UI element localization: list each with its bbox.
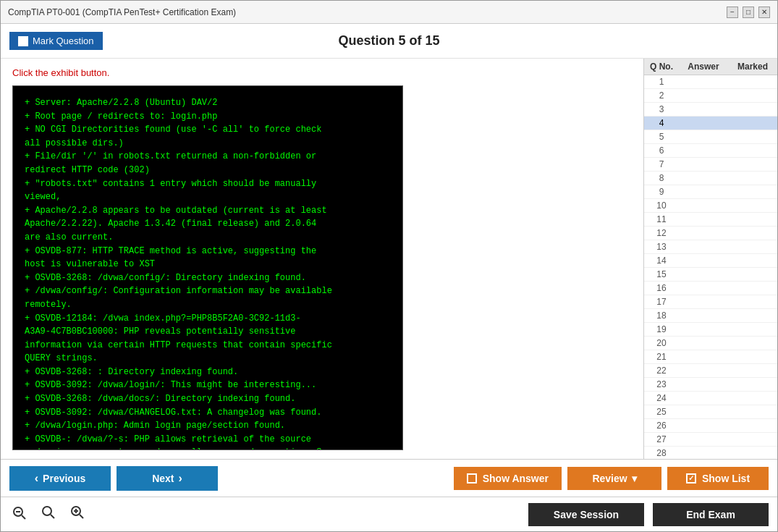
close-button[interactable]: ✕ xyxy=(758,7,770,18)
table-row[interactable]: 24 xyxy=(644,392,777,405)
q-marked xyxy=(731,90,774,101)
next-chevron-icon: › xyxy=(179,472,182,485)
next-button[interactable]: Next › xyxy=(117,466,218,491)
q-marked xyxy=(731,214,774,224)
table-row[interactable]: 10 xyxy=(644,199,777,213)
table-row[interactable]: 7 xyxy=(644,158,777,172)
show-answer-label: Show Answer xyxy=(483,473,549,484)
col-marked: Marked xyxy=(731,62,774,72)
mark-question-label: Mark Question xyxy=(33,35,94,46)
end-exam-button[interactable]: End Exam xyxy=(653,503,769,526)
maximize-button[interactable]: □ xyxy=(743,7,754,18)
table-row[interactable]: 19 xyxy=(644,323,777,337)
q-answer xyxy=(676,77,731,87)
q-answer xyxy=(676,407,731,417)
main-content: Click the exhibit button. + Server: Apac… xyxy=(1,59,777,459)
table-row[interactable]: 15 xyxy=(644,268,777,282)
q-marked xyxy=(731,132,774,142)
table-row[interactable]: 25 xyxy=(644,405,777,419)
table-row[interactable]: 17 xyxy=(644,295,777,309)
q-answer xyxy=(676,283,731,293)
table-row[interactable]: 22 xyxy=(644,364,777,378)
table-row[interactable]: 1 xyxy=(644,75,777,89)
table-row[interactable]: 28 xyxy=(644,447,777,459)
q-marked xyxy=(731,311,774,321)
table-row[interactable]: 9 xyxy=(644,185,777,199)
show-answer-button[interactable]: Show Answer xyxy=(454,467,562,490)
table-row[interactable]: 8 xyxy=(644,172,777,185)
svg-line-8 xyxy=(80,515,83,518)
save-session-button[interactable]: Save Session xyxy=(528,503,644,526)
review-dropdown-icon: ▾ xyxy=(632,473,637,484)
zoom-out-button[interactable] xyxy=(9,504,30,525)
q-marked xyxy=(731,297,774,307)
review-label: Review xyxy=(592,473,627,484)
table-row[interactable]: 21 xyxy=(644,350,777,364)
q-answer xyxy=(676,200,731,211)
table-row[interactable]: 12 xyxy=(644,227,777,240)
q-marked xyxy=(731,77,774,87)
table-row[interactable]: 3 xyxy=(644,103,777,117)
q-number: 10 xyxy=(647,200,676,211)
q-marked xyxy=(731,434,774,444)
q-number: 26 xyxy=(647,421,676,431)
question-area: Click the exhibit button. + Server: Apac… xyxy=(1,59,643,459)
q-answer xyxy=(676,242,731,252)
q-marked xyxy=(731,338,774,348)
zoom-reset-button[interactable] xyxy=(38,504,59,525)
q-answer xyxy=(676,159,731,169)
q-number: 11 xyxy=(647,214,676,224)
zoom-reset-icon xyxy=(41,505,56,520)
q-marked xyxy=(731,448,774,458)
q-marked xyxy=(731,187,774,197)
q-answer xyxy=(676,366,731,376)
q-number: 14 xyxy=(647,256,676,266)
mark-question-button[interactable]: Mark Question xyxy=(9,32,103,50)
q-answer xyxy=(676,173,731,183)
q-number: 23 xyxy=(647,379,676,389)
show-answer-checkbox-icon xyxy=(467,473,477,484)
table-row[interactable]: 2 xyxy=(644,89,777,103)
table-row[interactable]: 14 xyxy=(644,254,777,268)
col-answer: Answer xyxy=(676,62,731,72)
q-marked xyxy=(731,269,774,279)
table-row[interactable]: 6 xyxy=(644,144,777,158)
table-row[interactable]: 5 xyxy=(644,130,777,144)
q-answer xyxy=(676,90,731,101)
q-marked xyxy=(731,407,774,417)
show-list-checkbox-icon xyxy=(686,473,696,484)
q-marked xyxy=(731,200,774,211)
table-row[interactable]: 16 xyxy=(644,282,777,295)
table-row[interactable]: 4 xyxy=(644,117,777,130)
table-row[interactable]: 18 xyxy=(644,309,777,323)
table-row[interactable]: 20 xyxy=(644,337,777,350)
q-marked xyxy=(731,159,774,169)
q-number: 8 xyxy=(647,173,676,183)
q-number: 28 xyxy=(647,448,676,458)
table-row[interactable]: 13 xyxy=(644,240,777,254)
table-row[interactable]: 23 xyxy=(644,378,777,392)
table-row[interactable]: 11 xyxy=(644,213,777,227)
q-answer xyxy=(676,338,731,348)
mark-checkbox-icon xyxy=(18,36,28,46)
exhibit-text: Click the exhibit button. xyxy=(12,67,632,78)
q-answer xyxy=(676,104,731,114)
question-list[interactable]: 1 2 3 4 5 6 7 8 xyxy=(644,75,777,459)
minimize-button[interactable]: − xyxy=(727,7,738,18)
show-list-button[interactable]: Show List xyxy=(667,467,769,490)
q-answer xyxy=(676,269,731,279)
q-number: 1 xyxy=(647,77,676,87)
zoom-out-icon xyxy=(12,506,27,520)
q-number: 24 xyxy=(647,393,676,403)
q-answer xyxy=(676,228,731,238)
q-number: 21 xyxy=(647,352,676,362)
q-marked xyxy=(731,118,774,128)
q-answer xyxy=(676,132,731,142)
review-button[interactable]: Review ▾ xyxy=(567,467,661,490)
previous-button[interactable]: ‹ Previous xyxy=(9,466,111,491)
table-row[interactable]: 26 xyxy=(644,419,777,433)
zoom-in-button[interactable] xyxy=(67,504,88,525)
table-row[interactable]: 27 xyxy=(644,433,777,447)
next-label: Next xyxy=(152,473,174,484)
q-marked xyxy=(731,393,774,403)
